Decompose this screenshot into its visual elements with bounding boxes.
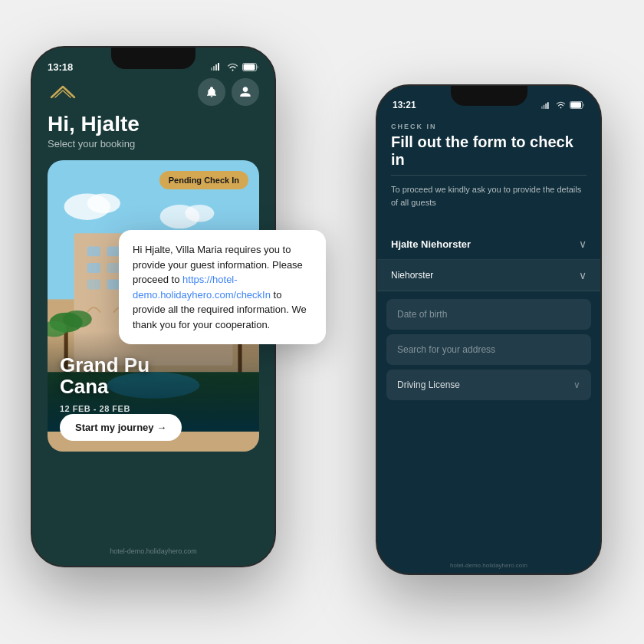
guest-row[interactable]: Hjalte Niehorster ∨ [377,228,600,260]
svg-rect-2 [215,64,217,71]
date-of-birth-field[interactable]: Date of birth [386,299,591,330]
battery-icon-2 [570,101,585,109]
notification-button[interactable] [198,78,225,106]
svg-rect-42 [541,106,543,109]
bell-icon [205,86,218,98]
notification-popup: Hi Hjalte, Villa Maria requires you to p… [119,230,326,344]
check-in-title: Fill out the form to check in [391,133,586,169]
check-in-header: CHECK IN Fill out the form to check in T… [377,117,600,228]
start-journey-button[interactable]: Start my journey → [60,414,182,441]
app-header [48,78,259,106]
phone1-footer: hotel-demo.holidayhero.com [32,543,274,560]
profile-button[interactable] [232,78,259,106]
app-logo [48,84,78,100]
last-name-row: Niehorster ∨ [377,260,600,291]
time-2: 13:21 [393,100,416,110]
check-in-desc: To proceed we kindly ask you to provide … [391,183,586,209]
phone2-content: CHECK IN Fill out the form to check in T… [377,117,600,575]
last-name-chevron-icon: ∨ [579,269,586,281]
search-address-label: Search for your address [397,344,580,355]
pending-badge: Pending Check In [159,171,248,189]
svg-rect-43 [544,104,545,108]
svg-rect-3 [218,63,219,71]
guest-chevron-icon: ∨ [579,238,586,250]
svg-rect-44 [545,103,547,108]
guest-name: Hjalte Niehorster [391,238,471,250]
greeting: Hi, Hjalte [48,112,259,136]
divider-1 [391,175,586,176]
phone-2: 13:21 [376,84,602,575]
date-of-birth-label: Date of birth [397,309,580,320]
status-icons-2 [541,101,585,109]
user-icon [239,86,251,98]
time-1: 13:18 [48,61,73,73]
phone2-footer: hotel-demo.holidayhero.com [377,562,600,569]
wifi-icon-1 [227,63,238,71]
wifi-icon-2 [556,101,566,109]
battery-icon-1 [242,63,259,71]
notch-1 [111,48,196,69]
notch-2 [451,86,527,106]
last-name-value: Niehorster [391,270,433,281]
header-icons [198,78,259,106]
search-address-field[interactable]: Search for your address [386,334,591,365]
hotel-name: Grand Pu Cana [60,354,150,398]
notification-text: Hi Hjalte, Villa Maria requires you to p… [133,242,312,332]
hotel-dates: 12 FEB - 28 FEB [60,404,130,413]
form-section: Hjalte Niehorster ∨ Niehorster ∨ Date of… [377,228,600,575]
svg-rect-47 [570,102,581,107]
svg-rect-1 [213,66,215,71]
driving-license-chevron-icon: ∨ [573,380,580,390]
signal-icon-1 [211,63,223,71]
subtitle: Select your booking [48,138,259,150]
svg-rect-5 [244,64,255,70]
check-in-label: CHECK IN [391,123,586,130]
driving-license-field[interactable]: Driving License ∨ [386,370,591,400]
scene: 13:18 [0,0,644,644]
driving-license-label: Driving License [397,380,460,390]
status-icons-1 [211,63,259,71]
signal-icon-2 [541,102,552,109]
svg-rect-0 [211,67,212,71]
svg-rect-45 [547,102,549,109]
